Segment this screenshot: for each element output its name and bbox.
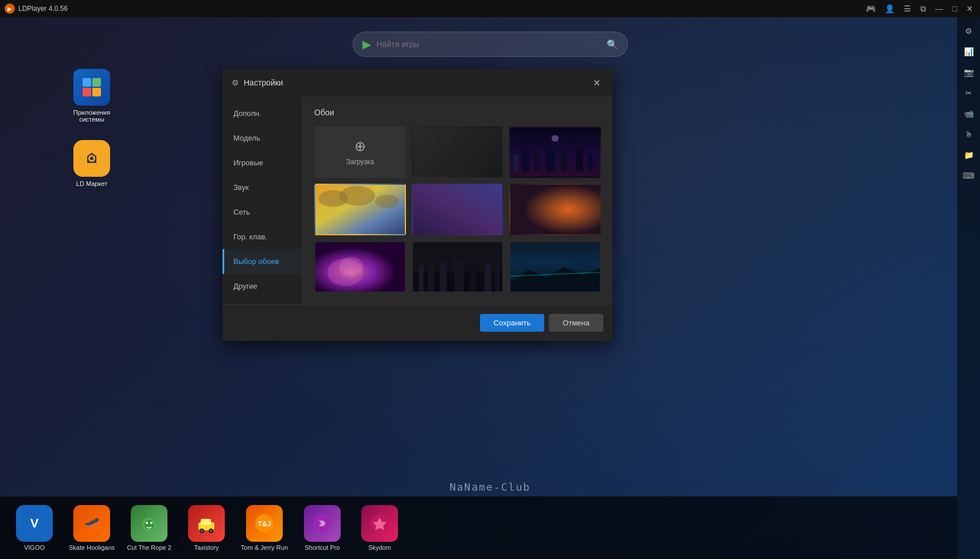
svg-rect-9 [522, 149, 529, 171]
svg-point-18 [339, 186, 375, 205]
wallpaper-pink[interactable] [314, 241, 406, 293]
svg-rect-13 [576, 148, 583, 171]
settings-modal: ⚙ Настройки ✕ Дополн. Модель Игровые Зву… [222, 69, 612, 341]
sidebar-item-zvuk[interactable]: Звук [222, 175, 302, 200]
save-button[interactable]: Сохранить [480, 314, 545, 332]
svg-rect-31 [470, 264, 475, 292]
svg-rect-8 [513, 155, 518, 172]
svg-rect-10 [534, 152, 540, 171]
svg-rect-12 [561, 150, 567, 171]
svg-rect-28 [428, 261, 434, 292]
svg-rect-29 [440, 263, 447, 292]
modal-header: ⚙ Настройки ✕ [222, 69, 612, 96]
cancel-button[interactable]: Отмена [549, 314, 603, 332]
modal-overlay: ⚙ Настройки ✕ Дополн. Модель Игровые Зву… [0, 0, 980, 559]
svg-point-24 [339, 257, 364, 277]
settings-footer: Сохранить Отмена [222, 304, 612, 341]
svg-rect-11 [546, 146, 555, 171]
sidebar-item-drugie[interactable]: Другие [222, 274, 302, 298]
wallpaper-upload[interactable]: ⊕ Загрузка [314, 126, 406, 178]
svg-rect-32 [485, 262, 491, 292]
modal-body: Дополн. Модель Игровые Звук Сеть Гор. кл… [222, 96, 612, 304]
upload-label: Загрузка [346, 158, 374, 166]
sidebar-item-igrovye[interactable]: Игровые [222, 150, 302, 175]
svg-rect-30 [455, 259, 464, 292]
wallpaper-grid: ⊕ Загрузка [314, 126, 601, 293]
svg-rect-14 [588, 154, 592, 172]
upload-icon: ⊕ [354, 138, 366, 154]
wallpaper-sky[interactable] [314, 184, 406, 235]
settings-content: Обои ⊕ Загрузка [303, 96, 612, 304]
sidebar-item-set[interactable]: Сеть [222, 200, 302, 224]
sidebar-item-gor-klav[interactable]: Гор. клав. [222, 224, 302, 249]
svg-rect-27 [419, 265, 423, 292]
sidebar-item-dopoln[interactable]: Дополн. [222, 101, 302, 126]
svg-rect-33 [495, 267, 500, 292]
wallpaper-night-city[interactable] [509, 126, 601, 178]
svg-point-19 [375, 195, 399, 208]
sidebar-item-vybor-oboev[interactable]: Выбор обоев [222, 249, 302, 274]
wallpaper-section-title: Обои [314, 108, 601, 117]
wallpaper-city-dark[interactable] [412, 241, 503, 293]
modal-title: Настройки [244, 78, 585, 87]
svg-rect-21 [510, 185, 600, 234]
wallpaper-purple[interactable] [412, 184, 503, 235]
modal-close-button[interactable]: ✕ [589, 76, 603, 90]
wallpaper-horizon[interactable] [509, 241, 601, 293]
svg-point-15 [552, 135, 559, 141]
settings-gear-icon: ⚙ [232, 78, 239, 87]
wallpaper-dark-gray[interactable] [412, 126, 503, 178]
wallpaper-orange-blur[interactable] [509, 184, 601, 235]
settings-sidebar: Дополн. Модель Игровые Звук Сеть Гор. кл… [222, 96, 303, 304]
svg-rect-20 [413, 185, 502, 234]
sidebar-item-model[interactable]: Модель [222, 126, 302, 150]
